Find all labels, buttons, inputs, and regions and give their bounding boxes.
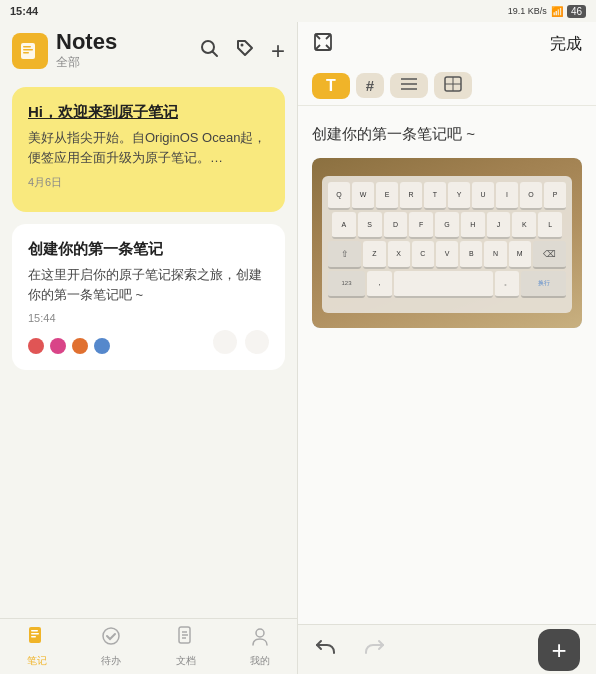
bottom-toolbar: + — [298, 624, 596, 674]
left-header: Notes 全部 + — [0, 22, 297, 79]
svg-rect-7 — [29, 627, 41, 643]
add-note-icon[interactable]: + — [271, 37, 285, 65]
format-toolbar: T # — [298, 66, 596, 106]
nav-mine-label: 我的 — [250, 654, 270, 668]
app-icon — [12, 33, 48, 69]
app-subtitle: 全部 — [56, 54, 117, 71]
note-1-body: 美好从指尖开始。自OriginOS Ocean起，便签应用全面升级为原子笔记。… — [28, 128, 269, 167]
note-2-date: 15:44 — [28, 312, 269, 324]
status-icons: 19.1 KB/s 📶 46 — [508, 5, 586, 18]
redo-icon[interactable] — [362, 635, 386, 665]
note-1-date: 4月6日 — [28, 175, 269, 190]
note-card-2[interactable]: 创建你的第一条笔记 在这里开启你的原子笔记探索之旅，创建你的第一条笔记吧 ~ 1… — [12, 224, 285, 370]
battery-icon: 46 — [567, 5, 586, 18]
right-panel: 完成 T # 创建你的第一条笔记吧 ~ — [298, 22, 596, 674]
svg-rect-1 — [23, 46, 31, 48]
svg-rect-8 — [31, 630, 38, 632]
svg-rect-2 — [23, 49, 33, 51]
toolbar-left — [314, 635, 386, 665]
expand-icon[interactable] — [312, 31, 334, 58]
color-dots — [28, 338, 110, 354]
dot-orange — [72, 338, 88, 354]
tag-icon[interactable] — [235, 38, 255, 63]
right-header: 完成 — [298, 22, 596, 66]
dot-red — [28, 338, 44, 354]
undo-icon[interactable] — [314, 635, 338, 665]
notes-list: Hi，欢迎来到原子笔记 美好从指尖开始。自OriginOS Ocean起，便签应… — [0, 79, 297, 618]
format-text-button[interactable]: T — [312, 73, 350, 99]
nav-todo-label: 待办 — [101, 654, 121, 668]
format-table-button[interactable] — [434, 72, 472, 99]
status-time: 15:44 — [10, 5, 38, 17]
note-content-area[interactable]: 创建你的第一条笔记吧 ~ Q W E R T — [298, 106, 596, 624]
nav-todo-icon — [100, 625, 122, 652]
nav-notes[interactable]: 笔记 — [0, 619, 74, 674]
bottom-nav: 笔记 待办 — [0, 618, 297, 674]
svg-point-16 — [256, 629, 264, 637]
svg-point-6 — [240, 44, 243, 47]
wifi-icon: 📶 — [551, 6, 563, 17]
dot-blue — [94, 338, 110, 354]
svg-rect-0 — [21, 43, 35, 59]
header-actions: + — [199, 37, 285, 65]
nav-doc-label: 文档 — [176, 654, 196, 668]
add-content-button[interactable]: + — [538, 629, 580, 671]
app-title-block: Notes 全部 — [56, 30, 117, 71]
status-bar: 15:44 19.1 KB/s 📶 46 — [0, 0, 596, 22]
svg-rect-10 — [31, 636, 36, 638]
svg-rect-3 — [23, 52, 29, 54]
nav-todo[interactable]: 待办 — [74, 619, 148, 674]
note-2-title: 创建你的第一条笔记 — [28, 240, 269, 259]
svg-point-11 — [103, 628, 119, 644]
network-speed: 19.1 KB/s — [508, 6, 547, 16]
note-1-title: Hi，欢迎来到原子笔记 — [28, 103, 269, 122]
nav-mine-icon — [249, 625, 271, 652]
format-list-button[interactable] — [390, 73, 428, 98]
svg-rect-9 — [31, 633, 39, 635]
note-card-1[interactable]: Hi，欢迎来到原子笔记 美好从指尖开始。自OriginOS Ocean起，便签应… — [12, 87, 285, 212]
nav-doc[interactable]: 文档 — [149, 619, 223, 674]
main-area: Notes 全部 + — [0, 22, 596, 674]
left-panel: Notes 全部 + — [0, 22, 298, 674]
nav-mine[interactable]: 我的 — [223, 619, 297, 674]
note-2-body: 在这里开启你的原子笔记探索之旅，创建你的第一条笔记吧 ~ — [28, 265, 269, 304]
svg-line-5 — [212, 52, 217, 57]
note-image: Q W E R T Y U I O P A — [312, 158, 582, 328]
format-hash-button[interactable]: # — [356, 73, 384, 98]
nav-doc-icon — [175, 625, 197, 652]
nav-notes-icon — [26, 625, 48, 652]
done-button[interactable]: 完成 — [550, 34, 582, 55]
action-circle-1[interactable] — [213, 330, 237, 354]
add-button-icon: + — [551, 637, 566, 663]
nav-notes-label: 笔记 — [27, 654, 47, 668]
app-title: Notes — [56, 30, 117, 54]
action-circle-2[interactable] — [245, 330, 269, 354]
search-icon[interactable] — [199, 38, 219, 63]
note-content-text: 创建你的第一条笔记吧 ~ — [312, 122, 582, 146]
dot-pink — [50, 338, 66, 354]
